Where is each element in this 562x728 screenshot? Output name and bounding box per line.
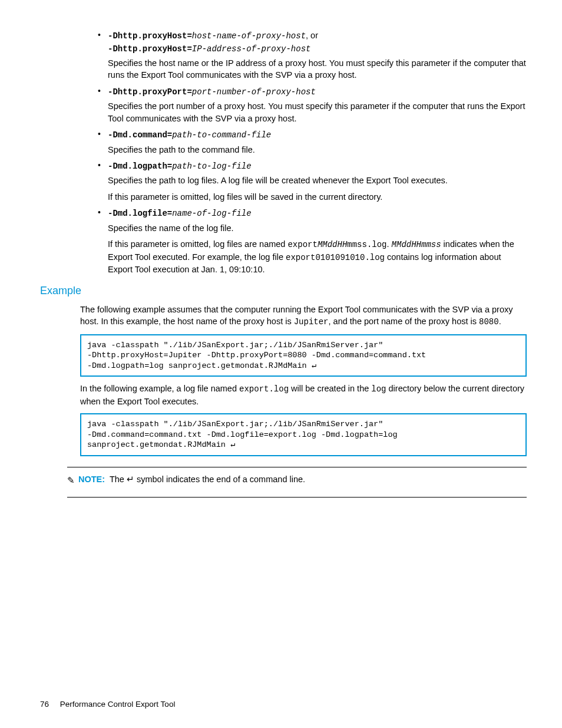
parameter-description: Specifies the path to the command file.	[108, 144, 527, 156]
parameter-description: Specifies the name of the log file.	[108, 222, 527, 234]
parameter-item: -Dhttp.proxyPort=port-number-of-proxy-ho…	[108, 85, 527, 124]
parameter-syntax: -Dmd.logpath=path-to-log-file	[108, 160, 527, 173]
parameter-description: If this parameter is omitted, log files …	[108, 191, 527, 203]
parameter-item: -Dmd.logfile=name-of-log-fileSpecifies t…	[108, 207, 527, 275]
note-separator-bottom	[67, 497, 527, 498]
note-text: The ↵ symbol indicates the end of a comm…	[110, 475, 305, 484]
note-row: ✎ NOTE: The ↵ symbol indicates the end o…	[67, 473, 527, 486]
footer-title: Performance Control Export Tool	[60, 700, 176, 709]
parameter-list: -Dhttp.proxyHost=host-name-of-proxy-host…	[40, 29, 527, 275]
parameter-description: If this parameter is omitted, log files …	[108, 238, 527, 275]
parameter-item: -Dhttp.proxyHost=host-name-of-proxy-host…	[108, 29, 527, 81]
note-separator-top	[67, 467, 527, 467]
note-icon: ✎	[67, 474, 75, 486]
parameter-item: -Dmd.command=path-to-command-fileSpecifi…	[108, 129, 527, 156]
page-footer: 76 Performance Control Export Tool	[40, 699, 175, 710]
parameter-description: Specifies the port number of a proxy hos…	[108, 100, 527, 124]
parameter-syntax: -Dhttp.proxyHost=host-name-of-proxy-host…	[108, 29, 527, 55]
parameter-description: Specifies the host name or the IP addres…	[108, 57, 527, 81]
example-heading: Example	[40, 284, 527, 298]
example-intro: The following example assumes that the c…	[80, 304, 527, 328]
example-mid: In the following example, a log file nam…	[80, 383, 527, 407]
code-block-1: java -classpath "./lib/JSanExport.jar;./…	[80, 334, 527, 377]
parameter-description: Specifies the path to log files. A log f…	[108, 174, 527, 186]
page-number: 76	[40, 700, 49, 709]
code-block-2: java -classpath "./lib/JSanExport.jar;./…	[80, 413, 527, 456]
parameter-syntax: -Dhttp.proxyPort=port-number-of-proxy-ho…	[108, 85, 527, 98]
parameter-item: -Dmd.logpath=path-to-log-fileSpecifies t…	[108, 160, 527, 203]
note-label: NOTE:	[78, 475, 105, 484]
parameter-syntax: -Dmd.logfile=name-of-log-file	[108, 207, 527, 220]
parameter-syntax: -Dmd.command=path-to-command-file	[108, 129, 527, 141]
